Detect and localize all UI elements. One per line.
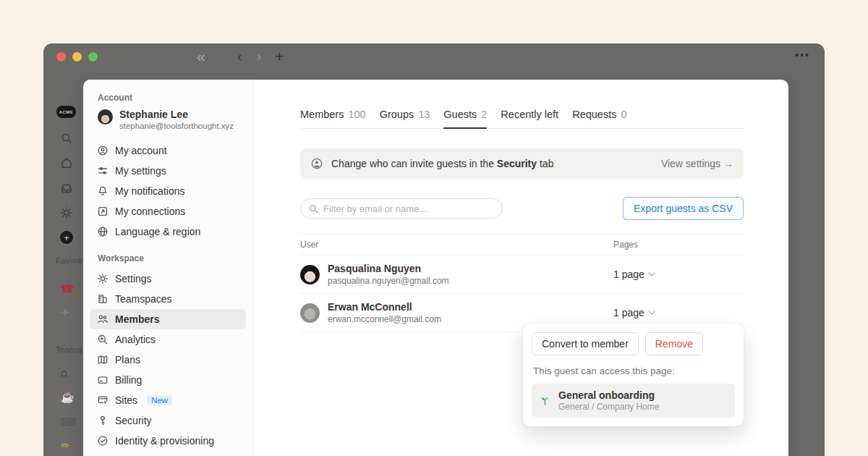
zoom-button[interactable] (88, 52, 98, 62)
sidebar-item-security[interactable]: Security (90, 410, 246, 431)
settings-gear-icon[interactable] (60, 206, 73, 219)
guest-email: pasqualina.nguyen@gmail.com (328, 275, 449, 287)
team-laptop-icon[interactable]: ⌨ (61, 415, 77, 428)
avatar (300, 303, 320, 323)
back-icon[interactable]: ‹ (237, 48, 242, 65)
profile-row[interactable]: Stephanie Lee stephanie@toolsforthought.… (98, 108, 238, 132)
banner-text: Change who can invite guests in the Secu… (331, 158, 553, 169)
sidebar-item-my-notifications[interactable]: My notifications (90, 181, 246, 201)
sidebar-item-analytics[interactable]: Analytics (90, 329, 246, 350)
close-button[interactable] (56, 52, 66, 62)
sidebar-item-label: My connections (115, 206, 185, 217)
sidebar-item-language-region[interactable]: Language & region (90, 221, 246, 242)
sliders-icon (97, 165, 109, 177)
more-options-icon[interactable]: ••• (795, 49, 810, 61)
avatar (98, 109, 113, 124)
team-pencil-icon[interactable]: ✏ (61, 439, 70, 452)
page-path: General / Company Home (558, 402, 659, 413)
filter-input[interactable] (323, 203, 494, 214)
sidebar-item-members[interactable]: Members (90, 309, 246, 329)
pages-dropdown[interactable]: 1 page (613, 269, 744, 280)
teamspaces-section-label: Teamspaces (56, 345, 82, 354)
sidebar-item-label: Teamspaces (115, 293, 172, 305)
tab-requests[interactable]: Requests 0 (572, 109, 626, 128)
sidebar-item-label: Identity & provisioning (115, 435, 214, 447)
guest-name: Erwan McConnell (328, 300, 441, 313)
sidebar-collapse-icon[interactable]: « (197, 48, 205, 65)
sidebar-item-label: Language & region (115, 226, 200, 237)
home-icon[interactable] (60, 156, 73, 169)
person-circle-icon (97, 145, 109, 156)
sidebar-item-settings[interactable]: Settings (90, 269, 246, 289)
tab-count: 0 (621, 109, 626, 121)
sidebar-item-my-connections[interactable]: My connections (90, 201, 246, 221)
sidebar-item-sites[interactable]: Sites New (90, 390, 246, 410)
sidebar-item-label: Billing (115, 374, 142, 386)
browser-cursor-icon (97, 394, 109, 406)
tab-members[interactable]: Members 100 (300, 109, 366, 128)
popup-caption: This guest can access this page: (533, 366, 733, 376)
favorite-telephone-icon[interactable]: ☎ (61, 282, 75, 295)
profile-name: Stephanie Lee (119, 108, 234, 121)
chevron-down-icon (648, 311, 655, 315)
remove-guest-button[interactable]: Remove (645, 332, 703, 355)
building-icon (97, 293, 109, 305)
workspace-logo[interactable]: ACME (56, 106, 76, 118)
pages-dropdown[interactable]: 1 page (613, 307, 744, 318)
sidebar-item-billing[interactable]: Billing (90, 370, 246, 390)
forward-icon[interactable]: › (257, 48, 261, 65)
account-section-label: Account (98, 93, 246, 103)
new-badge: New (147, 395, 172, 405)
inbox-icon[interactable] (60, 182, 73, 195)
page-title: General onboarding (558, 389, 659, 402)
favorite-airplane-icon[interactable]: ✈ (61, 306, 70, 318)
export-csv-button[interactable]: Export guests as CSV (623, 197, 744, 220)
sidebar-item-identity-provisioning[interactable]: Identity & provisioning (90, 431, 246, 451)
convert-to-member-button[interactable]: Convert to member (532, 332, 639, 355)
filter-field[interactable] (300, 198, 503, 219)
members-settings-panel: Members 100 Groups 13 Guests 2 Recently … (253, 80, 788, 456)
sidebar-item-teamspaces[interactable]: Teamspaces (90, 289, 246, 309)
minimize-button[interactable] (72, 52, 82, 62)
team-coffee-icon[interactable]: ☕ (61, 391, 75, 403)
chevron-down-icon (648, 272, 655, 276)
sidebar-item-label: Settings (115, 273, 152, 284)
profile-email: stephanie@toolsforthought.xyz (119, 121, 234, 132)
sidebar-item-label: My settings (115, 165, 166, 177)
accessible-page-item[interactable]: General onboarding General / Company Hom… (532, 384, 735, 418)
people-icon (97, 313, 109, 325)
guests-table-header: User Pages (300, 234, 744, 256)
guest-email: erwan.mcconnell@gmail.com (328, 313, 441, 325)
invite-guests-banner: Change who can invite guests in the Secu… (300, 148, 744, 179)
guest-name: Pasqualina Nguyen (328, 262, 449, 275)
seedling-icon (539, 394, 551, 407)
gear-icon (97, 273, 109, 284)
team-house-icon[interactable]: ⌂ (61, 366, 67, 379)
new-tab-icon[interactable]: + (275, 48, 284, 65)
credit-card-icon (97, 374, 109, 386)
column-pages: Pages (613, 240, 744, 250)
arrow-square-icon (97, 206, 109, 217)
view-settings-link[interactable]: View settings → (661, 158, 733, 169)
new-page-icon[interactable]: + (60, 231, 73, 244)
workspace-section-label: Workspace (98, 253, 246, 263)
sidebar-item-label: Members (115, 313, 159, 325)
column-user: User (300, 240, 613, 250)
tab-recently-left[interactable]: Recently left (501, 109, 558, 128)
sidebar-item-label: My notifications (115, 185, 184, 197)
map-icon (97, 354, 109, 366)
bell-icon (97, 185, 109, 197)
settings-modal: Account Stephanie Lee stephanie@toolsfor… (83, 80, 788, 456)
tab-count: 100 (348, 109, 365, 121)
tab-guests[interactable]: Guests 2 (443, 109, 487, 129)
tab-groups[interactable]: Groups 13 (380, 109, 430, 128)
sidebar-item-plans[interactable]: Plans (90, 350, 246, 370)
search-icon[interactable] (60, 132, 73, 145)
app-sidebar-rail: ACME + Favorites ☎ ✈ Teamspaces ⌂ ☕ ⌨ ✏ … (43, 69, 83, 456)
sidebar-item-my-account[interactable]: My account (90, 140, 246, 161)
sidebar-item-my-settings[interactable]: My settings (90, 161, 246, 181)
person-circle-icon (310, 157, 323, 170)
guests-toolbar: Export guests as CSV (300, 197, 744, 220)
tab-count: 2 (481, 109, 487, 120)
sidebar-item-label: Plans (115, 354, 140, 366)
